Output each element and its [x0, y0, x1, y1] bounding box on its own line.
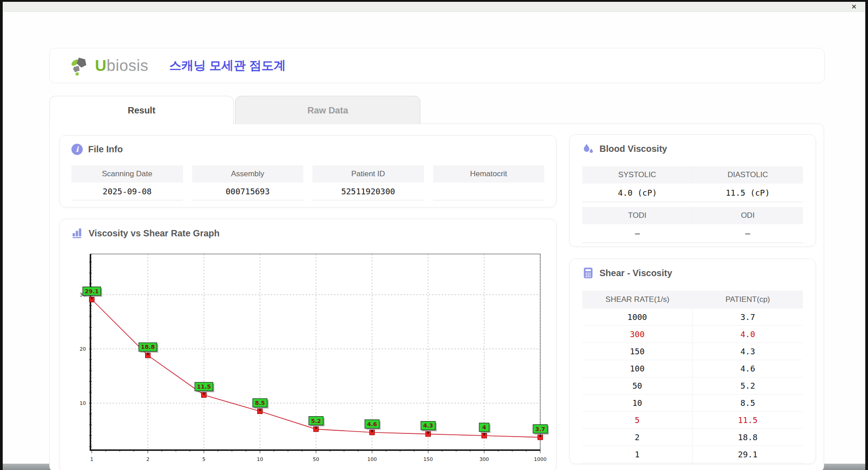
- graph-heading: Viscosity vs Shear Rate Graph: [71, 227, 220, 239]
- file-info-card: i File Info Scanning Date2025-09-08Assem…: [59, 135, 557, 207]
- table-row: 218.8: [582, 429, 803, 446]
- file-info-field-value: 2025-09-08: [71, 183, 183, 201]
- graph-card: Viscosity vs Shear Rate Graph 1020301251…: [59, 219, 557, 470]
- file-info-field-label: Assembly: [192, 165, 304, 183]
- patient-viscosity-cell: 18.8: [693, 429, 803, 446]
- file-info-field: Patient ID52511920300: [312, 165, 424, 201]
- brand-first-letter: U: [95, 56, 107, 74]
- svg-text:11.5: 11.5: [197, 383, 211, 390]
- blood-viscosity-value: 11.5 (cP): [693, 183, 803, 202]
- ubiosis-leaf-logo: [70, 54, 91, 77]
- table-row: 129.1: [582, 446, 803, 463]
- table-row: 10003.7: [582, 309, 803, 326]
- shear-table-head: SHEAR RATE(1/s)PATIENT(cp): [582, 291, 803, 309]
- file-info-field-label: Hematocrit: [433, 165, 545, 183]
- patient-viscosity-cell: 5.2: [693, 377, 803, 394]
- file-info-fields: Scanning Date2025-09-08Assembly000715693…: [71, 165, 544, 201]
- shear-column-header: SHEAR RATE(1/s): [582, 291, 693, 309]
- shear-viscosity-heading-label: Shear - Viscosity: [599, 268, 672, 278]
- file-info-heading-label: File Info: [88, 144, 123, 155]
- patient-viscosity-cell: 11.5: [693, 412, 803, 428]
- svg-text:4: 4: [482, 424, 486, 431]
- tab-result[interactable]: Result: [49, 96, 234, 124]
- patient-viscosity-cell: 4.3: [693, 343, 803, 360]
- blood-viscosity-label: SYSTOLIC: [582, 166, 693, 183]
- svg-text:10: 10: [80, 400, 86, 406]
- table-row: 1504.3: [582, 343, 803, 360]
- table-row: 511.5: [582, 412, 803, 429]
- bar-chart-icon: [71, 227, 83, 239]
- svg-text:3.7: 3.7: [535, 426, 545, 432]
- blood-viscosity-value: –: [582, 224, 693, 243]
- svg-text:300: 300: [480, 456, 489, 462]
- blood-viscosity-heading: Blood Viscosity: [582, 143, 667, 155]
- shear-rate-cell: 10: [582, 395, 693, 411]
- file-info-field-value: 000715693: [192, 183, 304, 201]
- blood-viscosity-label: DIASTOLIC: [693, 166, 803, 183]
- app-header: Ubiosis 스캐닝 모세관 점도계: [49, 48, 825, 83]
- svg-text:29.1: 29.1: [85, 288, 99, 295]
- patient-viscosity-cell: 4.6: [693, 360, 803, 377]
- patient-viscosity-cell: 29.1: [693, 446, 803, 463]
- tab-raw-data-label: Raw Data: [307, 105, 348, 116]
- blood-viscosity-heading-label: Blood Viscosity: [599, 144, 667, 154]
- shear-rate-cell: 1000: [582, 309, 693, 325]
- svg-text:4.6: 4.6: [367, 421, 377, 428]
- svg-text:1: 1: [90, 456, 94, 462]
- shear-rate-cell: 2: [582, 429, 693, 446]
- svg-text:10: 10: [257, 456, 263, 462]
- brand-name: Ubiosis: [95, 56, 148, 75]
- svg-text:2: 2: [146, 456, 150, 462]
- shear-rate-cell: 50: [582, 377, 693, 394]
- calculator-icon: [582, 267, 594, 279]
- patient-viscosity-cell: 3.7: [693, 309, 803, 325]
- shear-rate-cell: 100: [582, 360, 693, 377]
- table-row: 108.5: [582, 395, 803, 412]
- shear-viscosity-heading: Shear - Viscosity: [582, 267, 672, 279]
- shear-table-body: 10003.73004.01504.31004.6505.2108.5511.5…: [582, 309, 803, 463]
- svg-text:8.5: 8.5: [255, 400, 265, 406]
- file-info-field-value: 52511920300: [312, 183, 424, 201]
- table-row: 3004.0: [582, 326, 803, 343]
- file-info-field-label: Scanning Date: [71, 165, 183, 183]
- shear-rate-cell: 1: [582, 446, 693, 463]
- svg-text:50: 50: [313, 456, 319, 462]
- blood-viscosity-card: Blood Viscosity SYSTOLICDIASTOLIC4.0 (cP…: [569, 134, 816, 247]
- blood-viscosity-block: TODIODI––: [582, 207, 803, 243]
- svg-text:150: 150: [424, 456, 433, 462]
- tab-raw-data[interactable]: Raw Data: [235, 96, 420, 124]
- brand-rest: biosis: [107, 56, 148, 74]
- table-row: 505.2: [582, 377, 803, 395]
- file-info-field: Assembly000715693: [192, 165, 304, 201]
- blood-viscosity-table: SYSTOLICDIASTOLIC4.0 (cP)11.5 (cP)TODIOD…: [582, 166, 803, 248]
- shear-column-header: PATIENT(cp): [693, 291, 803, 309]
- info-icon: i: [71, 144, 83, 155]
- shear-viscosity-card: Shear - Viscosity SHEAR RATE(1/s)PATIENT…: [569, 258, 816, 464]
- svg-text:5: 5: [203, 456, 206, 462]
- blood-viscosity-value: 4.0 (cP): [582, 183, 693, 202]
- window-body: Ubiosis 스캐닝 모세관 점도계 Result Raw Data i Fi…: [3, 12, 865, 464]
- svg-text:20: 20: [80, 346, 86, 352]
- blood-viscosity-block: SYSTOLICDIASTOLIC4.0 (cP)11.5 (cP): [582, 166, 803, 202]
- shear-rate-cell: 300: [582, 326, 693, 343]
- page-title: 스캐닝 모세관 점도계: [169, 57, 286, 74]
- file-info-field: Hematocrit: [433, 165, 545, 201]
- water-drops-icon: [582, 143, 594, 155]
- blood-viscosity-value: –: [693, 224, 803, 243]
- svg-text:4.3: 4.3: [423, 422, 433, 429]
- patient-viscosity-cell: 8.5: [693, 395, 803, 411]
- graph-heading-label: Viscosity vs Shear Rate Graph: [89, 228, 220, 239]
- table-row: 1004.6: [582, 360, 803, 377]
- svg-text:5.2: 5.2: [311, 418, 321, 424]
- tab-result-label: Result: [127, 105, 155, 116]
- svg-text:18.8: 18.8: [141, 343, 155, 350]
- blood-viscosity-label: ODI: [693, 207, 803, 224]
- svg-text:1000: 1000: [534, 456, 547, 462]
- close-icon[interactable]: ✕: [849, 2, 859, 11]
- viscosity-chart: 1020301251050100150300100029.118.811.58.…: [62, 247, 550, 470]
- file-info-field: Scanning Date2025-09-08: [71, 165, 183, 201]
- file-info-field-label: Patient ID: [312, 165, 424, 183]
- window-titlebar: ✕: [3, 2, 865, 12]
- blood-viscosity-label: TODI: [582, 207, 693, 224]
- file-info-heading: i File Info: [71, 144, 123, 155]
